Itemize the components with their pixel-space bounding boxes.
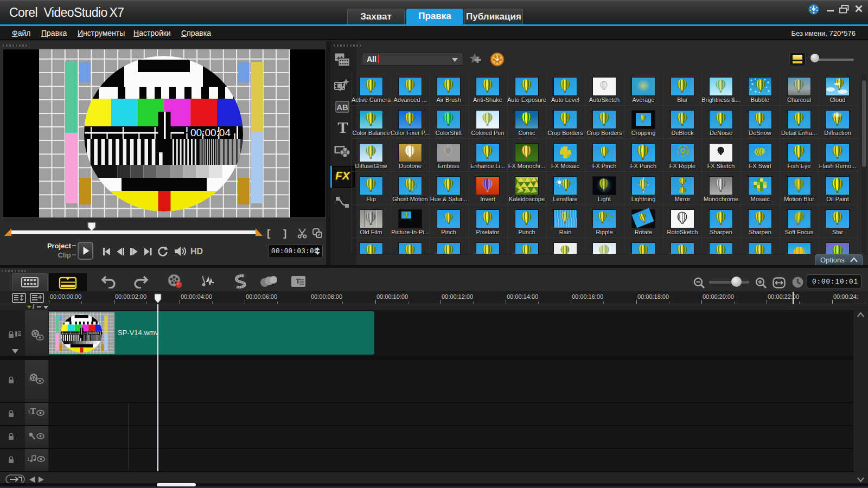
svg-text:T: T [337,120,348,135]
svg-text:AB: AB [336,102,348,112]
svg-text:T: T [296,277,300,285]
